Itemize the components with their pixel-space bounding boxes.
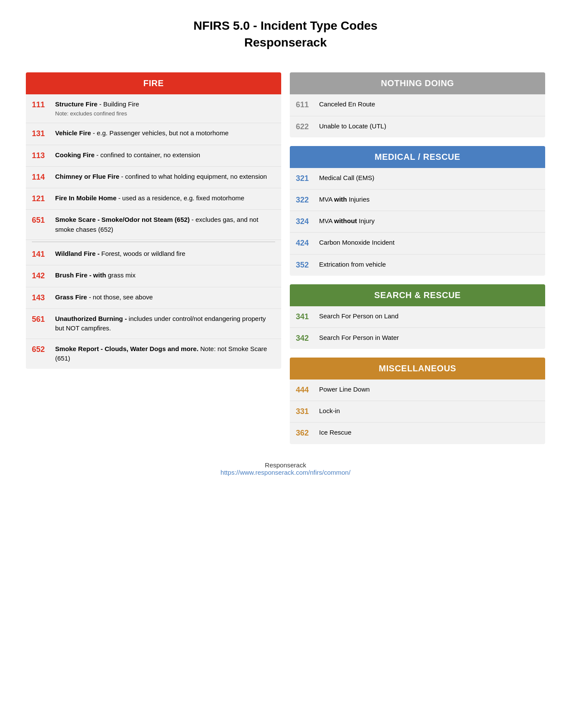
desc-652: Smoke Report - Clouds, Water Dogs and mo…	[55, 344, 275, 364]
footer-url[interactable]: https://www.responserack.com/nfirs/commo…	[220, 469, 351, 476]
code-111: 111	[32, 100, 55, 110]
desc-324: MVA without Injury	[319, 216, 539, 226]
incident-143: 143 Grass Fire - not those, see above	[26, 287, 281, 309]
desc-141: Wildland Fire - Forest, woods or wildlan…	[55, 249, 275, 259]
fire-category: FIRE 111 Structure Fire - Building Fire …	[26, 72, 281, 368]
nothing-header: NOTHING DOING	[290, 72, 545, 94]
desc-142: Brush Fire - with grass mix	[55, 271, 275, 280]
left-column: FIRE 111 Structure Fire - Building Fire …	[26, 72, 281, 368]
incident-424: 424 Carbon Monoxide Incident	[290, 233, 545, 254]
desc-114: Chimney or Flue Fire - confined to what …	[55, 172, 275, 182]
incident-331: 331 Lock-in	[290, 401, 545, 423]
nothing-body: 611 Canceled En Route 622 Unable to Loca…	[290, 94, 545, 137]
desc-622: Unable to Locate (UTL)	[319, 121, 539, 131]
code-113: 113	[32, 150, 55, 161]
incident-322: 322 MVA with Injuries	[290, 190, 545, 211]
footer: Responserack https://www.responserack.co…	[26, 461, 545, 476]
desc-341: Search For Person on Land	[319, 311, 539, 321]
desc-321: Medical Call (EMS)	[319, 173, 539, 183]
incident-111: 111 Structure Fire - Building Fire Note:…	[26, 94, 281, 123]
incident-324: 324 MVA without Injury	[290, 211, 545, 233]
code-652: 652	[32, 344, 55, 355]
incident-652: 652 Smoke Report - Clouds, Water Dogs an…	[26, 339, 281, 369]
code-142: 142	[32, 271, 55, 281]
code-131: 131	[32, 128, 55, 139]
code-341: 341	[296, 311, 319, 322]
fire-body: 111 Structure Fire - Building Fire Note:…	[26, 94, 281, 368]
code-362: 362	[296, 428, 319, 439]
search-category: SEARCH & RESCUE 341 Search For Person on…	[290, 284, 545, 349]
incident-321: 321 Medical Call (EMS)	[290, 168, 545, 190]
desc-143: Grass Fire - not those, see above	[55, 292, 275, 302]
desc-322: MVA with Injuries	[319, 195, 539, 205]
incident-121: 121 Fire In Mobile Home - used as a resi…	[26, 188, 281, 210]
desc-131: Vehicle Fire - e.g. Passenger vehicles, …	[55, 128, 275, 138]
incident-131: 131 Vehicle Fire - e.g. Passenger vehicl…	[26, 123, 281, 145]
desc-611: Canceled En Route	[319, 100, 539, 109]
right-column: NOTHING DOING 611 Canceled En Route 622 …	[290, 72, 545, 444]
desc-352: Extrication from vehicle	[319, 260, 539, 270]
misc-body: 444 Power Line Down 331 Lock-in 362 Ice …	[290, 380, 545, 444]
incident-651: 651 Smoke Scare - Smoke/Odor not Steam (…	[26, 210, 281, 240]
desc-121: Fire In Mobile Home - used as a residenc…	[55, 193, 275, 203]
incident-342: 342 Search For Person in Water	[290, 328, 545, 349]
code-444: 444	[296, 385, 319, 395]
page-title: NFIRS 5.0 - Incident Type Codes Response…	[26, 17, 545, 51]
desc-342: Search For Person in Water	[319, 333, 539, 343]
medical-category: MEDICAL / RESCUE 321 Medical Call (EMS) …	[290, 146, 545, 276]
code-114: 114	[32, 172, 55, 183]
medical-body: 321 Medical Call (EMS) 322 MVA with Inju…	[290, 168, 545, 276]
code-143: 143	[32, 292, 55, 303]
code-331: 331	[296, 406, 319, 417]
incident-362: 362 Ice Rescue	[290, 423, 545, 444]
incident-561: 561 Unauthorized Burning - includes unde…	[26, 309, 281, 339]
code-651: 651	[32, 215, 55, 226]
incident-113: 113 Cooking Fire - confined to container…	[26, 145, 281, 167]
code-611: 611	[296, 100, 319, 110]
incident-444: 444 Power Line Down	[290, 380, 545, 401]
desc-111: Structure Fire - Building Fire Note: exc…	[55, 100, 275, 118]
desc-331: Lock-in	[319, 406, 539, 416]
code-342: 342	[296, 333, 319, 344]
incident-114: 114 Chimney or Flue Fire - confined to w…	[26, 167, 281, 188]
code-324: 324	[296, 216, 319, 227]
fire-divider	[32, 242, 275, 242]
search-body: 341 Search For Person on Land 342 Search…	[290, 306, 545, 349]
code-424: 424	[296, 238, 319, 249]
desc-561: Unauthorized Burning - includes under co…	[55, 314, 275, 333]
code-121: 121	[32, 193, 55, 204]
incident-141: 141 Wildland Fire - Forest, woods or wil…	[26, 244, 281, 265]
code-352: 352	[296, 260, 319, 271]
footer-name: Responserack	[26, 461, 545, 469]
incident-611: 611 Canceled En Route	[290, 94, 545, 116]
fire-header: FIRE	[26, 72, 281, 94]
desc-424: Carbon Monoxide Incident	[319, 238, 539, 248]
incident-622: 622 Unable to Locate (UTL)	[290, 116, 545, 137]
medical-header: MEDICAL / RESCUE	[290, 146, 545, 168]
incident-341: 341 Search For Person on Land	[290, 306, 545, 328]
nothing-category: NOTHING DOING 611 Canceled En Route 622 …	[290, 72, 545, 137]
misc-header: MISCELLANEOUS	[290, 358, 545, 380]
desc-651: Smoke Scare - Smoke/Odor not Steam (652)…	[55, 215, 275, 234]
misc-category: MISCELLANEOUS 444 Power Line Down 331 Lo…	[290, 358, 545, 444]
main-grid: FIRE 111 Structure Fire - Building Fire …	[26, 72, 545, 444]
code-322: 322	[296, 195, 319, 205]
code-321: 321	[296, 173, 319, 184]
desc-444: Power Line Down	[319, 385, 539, 395]
incident-352: 352 Extrication from vehicle	[290, 255, 545, 276]
code-561: 561	[32, 314, 55, 325]
search-header: SEARCH & RESCUE	[290, 284, 545, 306]
incident-142: 142 Brush Fire - with grass mix	[26, 265, 281, 287]
desc-113: Cooking Fire - confined to container, no…	[55, 150, 275, 160]
code-141: 141	[32, 249, 55, 260]
desc-362: Ice Rescue	[319, 428, 539, 438]
code-622: 622	[296, 121, 319, 132]
